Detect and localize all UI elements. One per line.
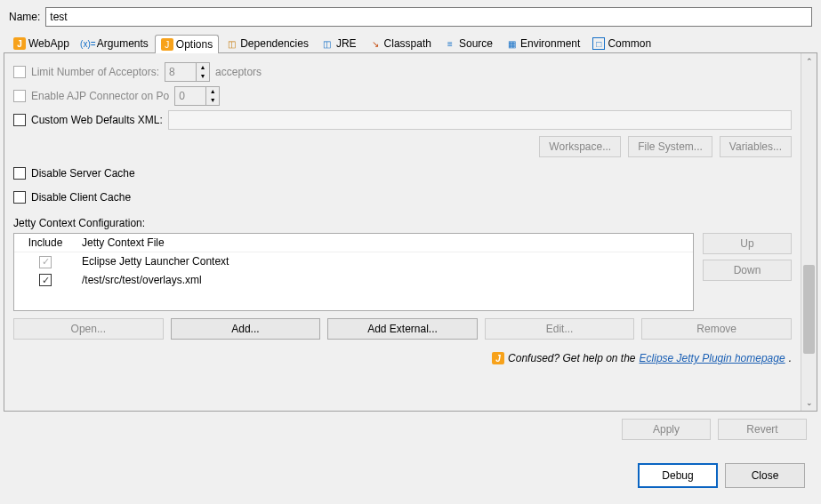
context-file-cell: /test/src/test/overlays.xml — [76, 271, 693, 290]
close-button[interactable]: Close — [725, 463, 805, 488]
tab-webapp[interactable]: JWebApp — [7, 34, 76, 52]
variables-button: Variables... — [720, 136, 792, 157]
custom-defaults-label: Custom Web Defaults XML: — [31, 114, 163, 126]
scroll-track[interactable] — [801, 69, 817, 395]
spin-up-icon: ▲ — [197, 63, 209, 72]
name-input[interactable] — [45, 7, 812, 27]
limit-acceptors-spinner: ▲▼ — [165, 62, 210, 82]
classpath-icon: ↘ — [369, 37, 382, 50]
tab-source[interactable]: ≡Source — [438, 34, 499, 52]
col-file-header: Jetty Context File — [76, 234, 693, 252]
revert-button: Revert — [718, 419, 807, 440]
edit-button: Edit... — [485, 318, 635, 340]
check-icon: ✓ — [42, 256, 50, 268]
apply-button: Apply — [622, 419, 711, 440]
environment-icon: ▦ — [505, 37, 518, 50]
limit-acceptors-checkbox — [13, 66, 26, 78]
limit-acceptors-label: Limit Number of Acceptors: — [31, 66, 159, 78]
tab-classpath[interactable]: ↘Classpath — [363, 34, 438, 52]
table-row[interactable]: ✓ Eclipse Jetty Launcher Context — [14, 252, 693, 271]
custom-defaults-checkbox[interactable] — [13, 114, 26, 126]
spin-down-icon: ▼ — [206, 96, 219, 105]
scroll-down-icon[interactable]: ⌄ — [801, 395, 817, 411]
context-file-cell: Eclipse Jetty Launcher Context — [76, 252, 693, 271]
include-checkbox: ✓ — [39, 256, 52, 268]
include-checkbox[interactable]: ✓ — [39, 274, 52, 286]
vertical-scrollbar[interactable]: ⌃ ⌄ — [801, 53, 817, 411]
tab-options[interactable]: JOptions — [155, 35, 219, 53]
tab-label: Arguments — [97, 37, 149, 50]
check-icon: ✓ — [42, 275, 50, 286]
options-icon: J — [161, 38, 173, 51]
jre-icon: ◫ — [321, 37, 334, 50]
acceptors-suffix: acceptors — [215, 66, 262, 78]
help-text-suffix: . — [789, 352, 792, 364]
filesystem-button: File System... — [628, 136, 712, 157]
enable-ajp-label: Enable AJP Connector on Po — [31, 90, 169, 102]
common-icon: □ — [592, 37, 605, 50]
webapp-icon: J — [13, 37, 26, 50]
remove-button: Remove — [641, 318, 792, 340]
spin-up-icon: ▲ — [206, 87, 219, 96]
help-text-prefix: Confused? Get help on the — [508, 352, 635, 364]
disable-client-cache-checkbox[interactable] — [13, 191, 26, 204]
tab-label: WebApp — [28, 37, 69, 50]
add-button[interactable]: Add... — [171, 318, 321, 340]
debug-button[interactable]: Debug — [638, 463, 718, 488]
col-include-header: Include — [14, 234, 76, 252]
source-icon: ≡ — [444, 37, 456, 50]
limit-acceptors-value — [165, 63, 196, 81]
tab-label: JRE — [336, 37, 357, 50]
tab-arguments[interactable]: (x)=Arguments — [76, 34, 155, 52]
down-button: Down — [703, 260, 792, 281]
workspace-button: Workspace... — [539, 136, 621, 157]
enable-ajp-checkbox — [13, 90, 26, 102]
jetty-context-label: Jetty Context Configuration: — [13, 217, 792, 229]
tab-bar: JWebApp (x)=Arguments JOptions ◫Dependen… — [4, 34, 817, 53]
disable-server-cache-checkbox[interactable] — [13, 167, 26, 180]
scroll-thumb[interactable] — [803, 265, 815, 354]
custom-defaults-field — [168, 110, 792, 130]
context-table: Include Jetty Context File ✓ Eclipse Jet… — [13, 233, 694, 311]
name-label: Name: — [9, 11, 40, 23]
up-button: Up — [703, 233, 792, 254]
disable-client-cache-label: Disable Client Cache — [31, 191, 131, 204]
tab-dependencies[interactable]: ◫Dependencies — [219, 34, 315, 52]
add-external-button[interactable]: Add External... — [327, 318, 478, 340]
table-row[interactable]: ✓ /test/src/test/overlays.xml — [14, 271, 693, 290]
tab-environment[interactable]: ▦Environment — [499, 34, 586, 52]
tab-common[interactable]: □Common — [586, 34, 657, 52]
dependencies-icon: ◫ — [225, 37, 237, 50]
disable-server-cache-label: Disable Server Cache — [31, 167, 135, 180]
ajp-port-value — [175, 87, 205, 105]
tab-label: Common — [608, 37, 651, 50]
tab-label: Dependencies — [240, 37, 309, 50]
tab-label: Environment — [520, 37, 580, 50]
scroll-up-icon[interactable]: ⌃ — [801, 53, 817, 69]
spin-down-icon: ▼ — [197, 72, 209, 81]
tab-label: Options — [176, 38, 213, 51]
jetty-icon: J — [492, 352, 504, 364]
ajp-port-spinner: ▲▼ — [174, 86, 220, 106]
tab-label: Classpath — [384, 37, 431, 50]
arguments-icon: (x)= — [82, 37, 94, 50]
open-button: Open... — [13, 318, 164, 340]
help-link[interactable]: Eclipse Jetty Plugin homepage — [640, 352, 785, 364]
tab-jre[interactable]: ◫JRE — [315, 34, 363, 52]
tab-label: Source — [459, 37, 493, 50]
